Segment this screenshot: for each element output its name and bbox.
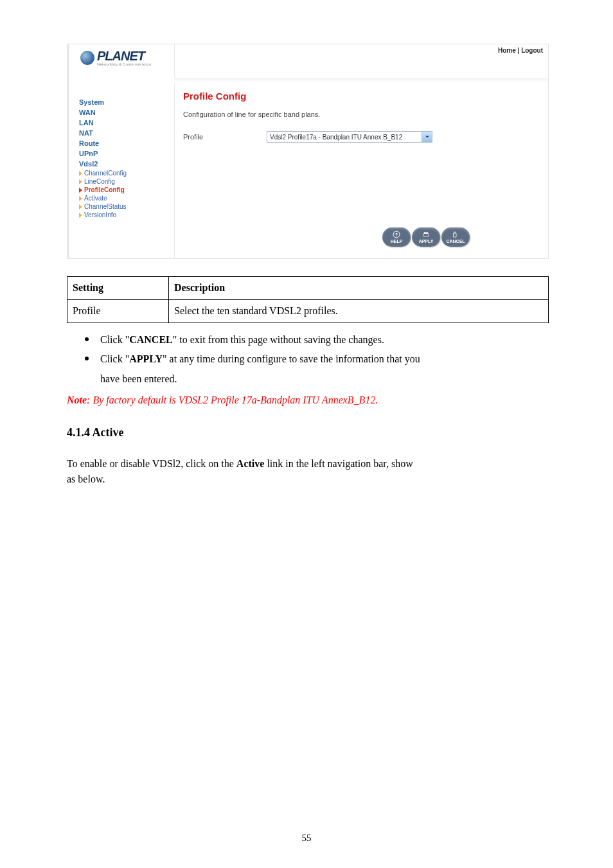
sidebar-item-lan[interactable]: LAN: [76, 118, 166, 128]
sidebar-item-vdsl2[interactable]: Vdsl2: [76, 159, 166, 169]
router-admin-panel: Home | Logout PLANET Networking & Commun…: [67, 44, 549, 259]
section-para-1: To enable or disable VDSl2, click on the…: [67, 456, 549, 472]
th-description: Description: [169, 277, 549, 300]
sidebar-nav: System WAN LAN NAT Route UPnP Vdsl2 Chan…: [76, 97, 166, 219]
triangle-icon: [79, 171, 82, 176]
sidebar-sub-lineconfig[interactable]: LineConfig: [76, 177, 166, 186]
content-area: Profile Config Configuration of line for…: [183, 91, 540, 251]
cancel-icon: [452, 231, 459, 238]
sidebar-item-upnp[interactable]: UPnP: [76, 148, 166, 159]
b2-pre: Click ": [100, 353, 129, 364]
bullet-list: Click "CANCEL" to exit from this page wi…: [85, 332, 549, 368]
b2-bold: APPLY: [129, 353, 163, 364]
b1-pre: Click ": [100, 334, 129, 345]
table-header-row: Setting Description: [67, 277, 549, 300]
chevron-down-icon[interactable]: [422, 132, 432, 142]
sidebar-sub-label: Activate: [84, 195, 107, 202]
left-gutter: [67, 44, 69, 258]
svg-text:?: ?: [395, 233, 398, 237]
triangle-icon: [79, 188, 82, 193]
bullet-cancel: Click "CANCEL" to exit from this page wi…: [85, 332, 549, 348]
note-line: Note: By factory default is VDSL2 Profil…: [67, 393, 549, 409]
sidebar-item-wan[interactable]: WAN: [76, 107, 166, 118]
help-icon: ?: [393, 231, 400, 238]
p1a: To enable or disable VDSl2, click on the: [67, 458, 236, 469]
note-label: Note: [67, 394, 87, 405]
profile-label: Profile: [183, 133, 222, 141]
top-right-links: Home | Logout: [498, 47, 543, 54]
sidebar-sub-label: LineConfig: [84, 178, 115, 185]
triangle-icon: [79, 179, 82, 184]
apply-icon: [422, 231, 430, 238]
help-button[interactable]: ? HELP: [382, 227, 411, 247]
triangle-icon: [79, 196, 82, 201]
logo-brand: PLANET: [97, 49, 151, 62]
help-label: HELP: [391, 239, 403, 244]
page-subtitle: Configuration of line for specific band …: [183, 111, 540, 118]
cancel-label: CANCEL: [446, 239, 465, 244]
p1c: link in the left navigation bar, show: [264, 458, 413, 469]
sidebar-item-route[interactable]: Route: [76, 138, 166, 148]
td-description: Select the ten standard VDSL2 profiles.: [169, 299, 549, 323]
sidebar-sub-activate[interactable]: Activate: [76, 194, 166, 202]
logo-text: PLANET Networking & Communication: [97, 49, 151, 66]
td-setting: Profile: [67, 299, 169, 323]
sidebar-sub-channelconfig[interactable]: ChannelConfig: [76, 169, 166, 177]
home-link[interactable]: Home: [498, 47, 516, 54]
apply-button[interactable]: APPLY: [412, 227, 440, 247]
page-title: Profile Config: [183, 91, 540, 102]
header-divider: [174, 78, 548, 83]
sidebar-sub-label: ChannelStatus: [84, 203, 127, 210]
bullet-apply-cont: have been entered.: [100, 371, 549, 387]
logout-link[interactable]: Logout: [521, 47, 543, 54]
p1b: Active: [236, 458, 265, 469]
section-para-2: as below.: [67, 472, 549, 488]
link-separator: |: [518, 47, 520, 54]
profile-select[interactable]: [267, 131, 432, 143]
cancel-button[interactable]: CANCEL: [441, 227, 470, 247]
triangle-icon: [79, 204, 82, 209]
sidebar-sub-profileconfig[interactable]: ProfileConfig: [76, 186, 166, 194]
sidebar-sub-label: ChannelConfig: [84, 170, 127, 177]
sidebar-item-nat[interactable]: NAT: [76, 128, 166, 138]
svg-rect-3: [425, 233, 428, 234]
b1-bold: CANCEL: [129, 334, 173, 345]
th-setting: Setting: [67, 277, 169, 300]
page-number: 55: [0, 833, 613, 844]
logo-tagline: Networking & Communication: [97, 62, 151, 66]
settings-table: Setting Description Profile Select the t…: [67, 276, 549, 323]
section-heading: 4.1.4 Active: [67, 424, 549, 442]
globe-icon: [80, 51, 94, 65]
apply-label: APPLY: [419, 239, 434, 244]
profile-select-value[interactable]: [267, 133, 422, 141]
vertical-divider: [174, 44, 175, 258]
b1-post: " to exit from this page without saving …: [173, 334, 384, 345]
sidebar-item-system[interactable]: System: [76, 97, 166, 107]
sidebar-sub-label: ProfileConfig: [84, 186, 125, 193]
sidebar-sub-channelstatus[interactable]: ChannelStatus: [76, 202, 166, 211]
profile-row: Profile: [183, 131, 540, 143]
triangle-icon: [79, 213, 82, 218]
table-row: Profile Select the ten standard VDSL2 pr…: [67, 299, 549, 323]
b2-post: " at any time during configure to save t…: [163, 353, 420, 364]
bullet-apply: Click "APPLY" at any time during configu…: [85, 351, 549, 368]
document-body: Setting Description Profile Select the t…: [67, 276, 549, 488]
sidebar-sub-label: VersionInfo: [84, 211, 116, 218]
sidebar-sub-versioninfo[interactable]: VersionInfo: [76, 211, 166, 219]
note-text: : By factory default is VDSL2 Profile 17…: [87, 394, 378, 405]
brand-logo: PLANET Networking & Communication: [80, 49, 170, 66]
action-buttons: ? HELP APPLY CANCEL: [382, 227, 470, 247]
